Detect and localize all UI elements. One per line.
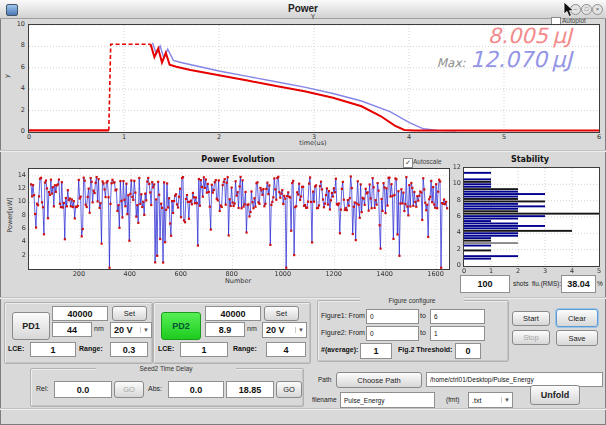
pd1-counts-field[interactable]: 40000: [52, 306, 108, 321]
fig2-from-label: Figure2: From: [321, 329, 365, 336]
tick-label: 0: [451, 261, 461, 269]
tick-label: 400: [122, 270, 138, 278]
pd2-voltage-select[interactable]: 20 V ▼: [262, 322, 307, 338]
seed2-rel-go-button[interactable]: GO: [114, 381, 144, 398]
current-energy-readout: 8.005 µJ: [488, 24, 572, 48]
tick-label: 0: [460, 267, 468, 275]
pd2-button[interactable]: PD2: [161, 312, 201, 340]
autoplot-label: Autoplot: [562, 17, 586, 24]
max-energy-readout: Max: 12.070 µJ: [437, 47, 572, 72]
pd2-lce-label: LCE:: [158, 345, 174, 352]
fig2-chart: [29, 169, 449, 269]
fig1-to-field[interactable]: 6: [430, 309, 485, 324]
path-label: Path: [318, 376, 331, 383]
pd1-range-field[interactable]: 0.3: [110, 342, 148, 357]
average-label: #(average):: [321, 346, 358, 353]
format-value: .txt: [472, 397, 481, 404]
tick-label: 4: [10, 84, 25, 92]
separator: [0, 408, 606, 410]
pd1-set-button[interactable]: Set: [112, 306, 147, 321]
fig2-xlabel: Number: [203, 277, 273, 285]
seed2-abs-label: Abs:: [148, 385, 162, 392]
pd2-nm-label: nm: [247, 325, 257, 332]
tick-label: 8: [10, 41, 25, 49]
average-field[interactable]: 1: [360, 343, 392, 359]
tick-label: 12: [14, 184, 26, 192]
tick-label: 2: [514, 267, 522, 275]
current-energy-unit: µJ: [552, 24, 572, 48]
autoscale-label: Autoscale: [413, 158, 442, 165]
seed2-rel-label: Rel:: [36, 385, 48, 392]
chevron-down-icon: ▼: [501, 397, 512, 403]
tick-label: 8: [14, 211, 26, 219]
pd1-voltage-select[interactable]: 20 V ▼: [110, 322, 152, 338]
tick-label: 4: [568, 267, 576, 275]
tick-label: 1200: [325, 270, 341, 278]
fig2-from-field[interactable]: 0: [366, 326, 419, 341]
tick-label: 10: [14, 197, 26, 205]
pd1-nm-field[interactable]: 44: [52, 322, 92, 337]
tick-label: 5: [595, 267, 603, 275]
stability-plot[interactable]: [463, 167, 600, 267]
pd2-range-field[interactable]: 4: [266, 342, 306, 357]
fig2-plot[interactable]: [28, 168, 450, 270]
close-icon[interactable]: ×: [592, 4, 603, 15]
pd2-nm-field[interactable]: 8.9: [205, 322, 245, 337]
maximize-icon[interactable]: □: [581, 4, 592, 15]
tick-label: 2: [10, 106, 25, 114]
seed2-abs-go-button[interactable]: GO: [276, 381, 302, 398]
tick-label: 0: [10, 127, 25, 135]
start-button[interactable]: Start: [512, 311, 550, 326]
max-energy-value: 12.070: [470, 47, 547, 72]
rms-label: flu.(RMS):: [532, 280, 561, 287]
tick-label: 800: [224, 270, 240, 278]
fig1-from-field[interactable]: 0: [366, 309, 419, 324]
format-select[interactable]: .txt ▼: [468, 392, 513, 408]
tick-label: 6: [595, 133, 603, 141]
tick-label: 10: [10, 20, 25, 28]
save-button[interactable]: Save: [556, 330, 598, 346]
max-energy-unit: µJ: [552, 47, 573, 72]
separator: [0, 150, 606, 152]
tick-label: 4: [451, 228, 461, 236]
tick-label: 600: [173, 270, 189, 278]
pd2-lce-field[interactable]: 1: [180, 342, 228, 357]
tick-label: 10: [451, 179, 461, 187]
choose-path-button[interactable]: Choose Path: [336, 372, 422, 388]
tick-label: 3: [541, 267, 549, 275]
shots-field[interactable]: 100: [460, 275, 510, 293]
tick-label: 6: [10, 63, 25, 71]
tick-label: 2: [451, 245, 461, 253]
autoscale-checkbox[interactable]: ✓: [403, 158, 413, 168]
tick-label: 1: [487, 267, 495, 275]
pd1-lce-label: LCE:: [8, 345, 24, 352]
filename-label: filename: [312, 396, 337, 403]
seed2-abs-field[interactable]: 0.0: [168, 381, 224, 398]
threshold-field[interactable]: 0: [455, 343, 481, 359]
pd2-counts-field[interactable]: 40000: [205, 306, 261, 321]
pd1-nm-label: nm: [94, 325, 104, 332]
unfold-button[interactable]: Unfold: [530, 385, 580, 405]
tick-label: 14: [14, 171, 26, 179]
seed2-abs-current-field[interactable]: 18.85: [226, 381, 274, 398]
clear-button[interactable]: Clear: [556, 309, 598, 327]
filename-field[interactable]: Pulse_Energy: [340, 392, 435, 408]
max-label: Max:: [437, 56, 466, 70]
tick-label: 1400: [376, 270, 392, 278]
tick-label: 6: [14, 224, 26, 232]
pd1-range-label: Range:: [79, 345, 103, 352]
rms-field[interactable]: 38.04: [561, 275, 596, 293]
seed2-rel-field[interactable]: 0.0: [54, 381, 112, 398]
seed2-title: Seed2 Time Delay: [96, 364, 236, 373]
tick-label: 3: [310, 133, 318, 141]
fig2-to-field[interactable]: 1: [430, 326, 485, 341]
pd2-set-button[interactable]: Set: [264, 306, 299, 321]
stability-chart: [464, 168, 599, 266]
fig1-from-label: Figure1: From: [321, 312, 365, 319]
fig2-title: Power Evolution: [178, 155, 298, 164]
current-energy-value: 8.005: [488, 24, 548, 48]
shots-label: shots: [513, 280, 529, 287]
pd1-button[interactable]: PD1: [12, 312, 50, 340]
stop-button[interactable]: Stop: [512, 330, 550, 345]
pd1-lce-field[interactable]: 1: [30, 342, 76, 357]
